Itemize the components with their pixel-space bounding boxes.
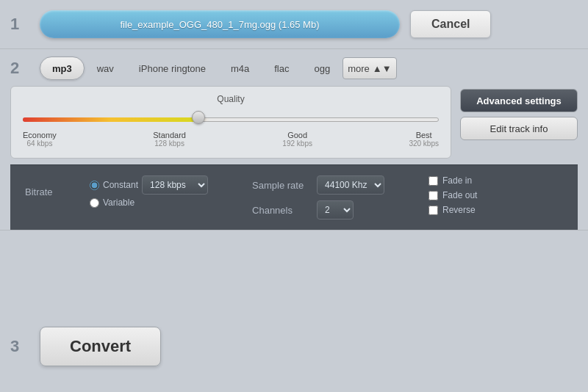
empty-space bbox=[0, 231, 588, 301]
bitrate-label: Bitrate bbox=[25, 186, 84, 197]
label-best: Best 320 kbps bbox=[409, 131, 439, 148]
format-tabs: mp3 wav iPhone ringtone m4a flac ogg mor… bbox=[40, 57, 397, 80]
tab-mp3[interactable]: mp3 bbox=[40, 57, 85, 80]
step2-header: 2 mp3 wav iPhone ringtone m4a flac ogg m… bbox=[10, 57, 578, 80]
label-economy: Economy 64 kbps bbox=[23, 131, 57, 148]
more-label: more bbox=[348, 63, 370, 74]
constant-label: Constant bbox=[103, 180, 138, 190]
step3-number: 3 bbox=[10, 337, 34, 356]
bitrate-row: Bitrate Constant 128 kbps 64 kbps 96 kbp… bbox=[25, 175, 208, 208]
convert-button[interactable]: Convert bbox=[40, 327, 161, 366]
quality-panel: Quality Economy 64 kbps Standard bbox=[10, 86, 451, 159]
tab-m4a[interactable]: m4a bbox=[218, 57, 262, 80]
sample-rate-select[interactable]: 44100 Khz 22050 Khz 48000 Khz bbox=[317, 175, 384, 195]
variable-radio-row: Variable bbox=[90, 197, 208, 208]
sample-rate-label: Sample rate bbox=[252, 180, 311, 191]
side-buttons-area: Advanced settings Edit track info bbox=[460, 86, 578, 164]
channels-label: Channels bbox=[252, 205, 311, 216]
bitrate-radio-group: Constant 128 kbps 64 kbps 96 kbps 160 kb… bbox=[90, 175, 208, 208]
fade-in-label: Fade in bbox=[442, 175, 472, 186]
label-standard: Standard 128 kbps bbox=[153, 131, 186, 148]
advanced-panel: Bitrate Constant 128 kbps 64 kbps 96 kbp… bbox=[10, 164, 578, 230]
step1-row: 1 file_example_OGG_480_1_7mg.ogg (1.65 M… bbox=[0, 0, 588, 49]
channels-select[interactable]: 2 1 bbox=[317, 200, 354, 219]
file-pill: file_example_OGG_480_1_7mg.ogg (1.65 Mb) bbox=[40, 10, 400, 38]
edit-track-button[interactable]: Edit track info bbox=[460, 117, 578, 140]
reverse-label: Reverse bbox=[442, 205, 476, 215]
bitrate-group: Bitrate Constant 128 kbps 64 kbps 96 kbp… bbox=[25, 175, 208, 208]
reverse-checkbox[interactable] bbox=[429, 206, 438, 215]
fade-out-row: Fade out bbox=[429, 190, 477, 200]
checkbox-group: Fade in Fade out Reverse bbox=[429, 175, 477, 215]
advanced-settings-button[interactable]: Advanced settings bbox=[460, 89, 578, 112]
cancel-button[interactable]: Cancel bbox=[410, 10, 491, 38]
effects-group: Fade in Fade out Reverse bbox=[429, 175, 477, 215]
fade-in-checkbox[interactable] bbox=[429, 176, 438, 186]
quality-title: Quality bbox=[23, 94, 439, 104]
step2-number: 2 bbox=[10, 59, 34, 78]
more-chevron-icon: ▲▼ bbox=[373, 63, 392, 74]
sample-rate-row: Sample rate 44100 Khz 22050 Khz 48000 Kh… bbox=[252, 175, 384, 195]
fade-in-row: Fade in bbox=[429, 175, 477, 186]
label-good: Good 192 kbps bbox=[282, 131, 312, 148]
quality-slider[interactable] bbox=[23, 115, 439, 120]
step1-number: 1 bbox=[10, 15, 34, 34]
quality-slider-container bbox=[23, 112, 439, 126]
channels-row: Channels 2 1 bbox=[252, 200, 384, 219]
tab-ogg[interactable]: ogg bbox=[301, 57, 343, 80]
step2-section: 2 mp3 wav iPhone ringtone m4a flac ogg m… bbox=[0, 49, 588, 231]
tab-wav[interactable]: wav bbox=[85, 57, 126, 80]
file-name: file_example_OGG_480_1_7mg.ogg (1.65 Mb) bbox=[121, 19, 320, 30]
fade-out-label: Fade out bbox=[442, 190, 477, 200]
tab-flac[interactable]: flac bbox=[262, 57, 301, 80]
sample-channels-group: Sample rate 44100 Khz 22050 Khz 48000 Kh… bbox=[252, 175, 384, 219]
tab-iphone-ringtone[interactable]: iPhone ringtone bbox=[126, 57, 218, 80]
more-dropdown[interactable]: more ▲▼ bbox=[343, 57, 396, 79]
step2-body: Quality Economy 64 kbps Standard bbox=[10, 86, 578, 164]
main-layout: 1 file_example_OGG_480_1_7mg.ogg (1.65 M… bbox=[0, 0, 588, 392]
step3-row: 3 Convert bbox=[0, 301, 588, 392]
fade-out-checkbox[interactable] bbox=[429, 191, 438, 200]
variable-radio[interactable] bbox=[90, 198, 99, 208]
constant-radio-row: Constant 128 kbps 64 kbps 96 kbps 160 kb… bbox=[90, 175, 208, 195]
slider-labels: Economy 64 kbps Standard 128 kbps Good 1… bbox=[23, 131, 439, 148]
constant-radio[interactable] bbox=[90, 181, 99, 190]
variable-label: Variable bbox=[103, 197, 135, 208]
quality-area: Quality Economy 64 kbps Standard bbox=[10, 86, 451, 164]
bitrate-select[interactable]: 128 kbps 64 kbps 96 kbps 160 kbps 192 kb… bbox=[142, 175, 208, 195]
reverse-row: Reverse bbox=[429, 205, 477, 215]
